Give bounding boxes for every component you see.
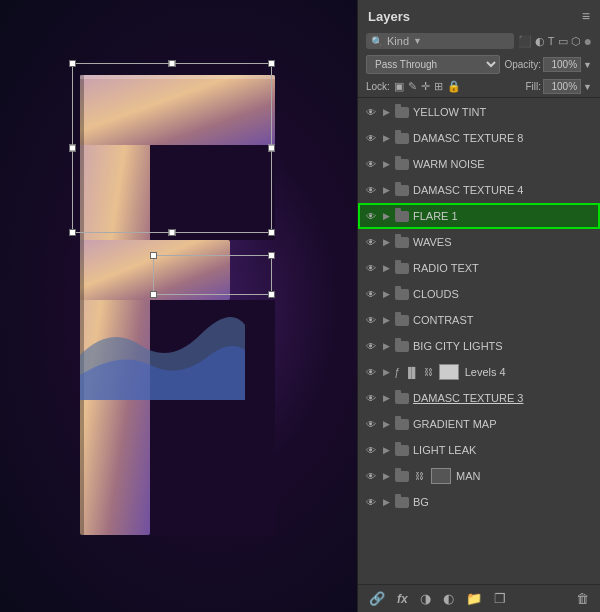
layer-visibility-1[interactable]: 👁: [364, 107, 378, 118]
layer-row-8[interactable]: 👁▶CLOUDS: [358, 281, 600, 307]
layer-visibility-16[interactable]: 👁: [364, 497, 378, 508]
opacity-value[interactable]: 100%: [543, 57, 581, 72]
layer-expand-4[interactable]: ▶: [381, 185, 391, 195]
filter-pixel-icon[interactable]: ⬛: [518, 35, 532, 48]
fill-value[interactable]: 100%: [543, 79, 581, 94]
layer-row-16[interactable]: 👁▶BG: [358, 489, 600, 515]
layer-visibility-8[interactable]: 👁: [364, 289, 378, 300]
layer-name-5: FLARE 1: [413, 210, 594, 222]
layer-expand-16[interactable]: ▶: [381, 497, 391, 507]
layer-expand-7[interactable]: ▶: [381, 263, 391, 273]
folder-icon-12: [395, 393, 409, 404]
folder-icon-16: [395, 497, 409, 508]
lock-transparent-icon[interactable]: ▣: [394, 80, 404, 93]
layer-row-14[interactable]: 👁▶LIGHT LEAK: [358, 437, 600, 463]
adjustment-button[interactable]: ◐: [440, 590, 457, 607]
layer-row-12[interactable]: 👁▶DAMASC TEXTURE 3: [358, 385, 600, 411]
layer-row-5[interactable]: 👁▶FLARE 1: [358, 203, 600, 229]
layer-name-9: CONTRAST: [413, 314, 594, 326]
layer-expand-14[interactable]: ▶: [381, 445, 391, 455]
layer-row-15[interactable]: 👁▶⛓MAN: [358, 463, 600, 489]
lock-artboard-icon[interactable]: ⊞: [434, 80, 443, 93]
fill-dropdown[interactable]: ▼: [583, 82, 592, 92]
group-button[interactable]: 📁: [463, 590, 485, 607]
opacity-dropdown[interactable]: ▼: [583, 60, 592, 70]
layers-list: 👁▶YELLOW TINT👁▶DAMASC TEXTURE 8👁▶WARM NO…: [358, 99, 600, 584]
svg-rect-4: [150, 145, 275, 240]
layer-row-6[interactable]: 👁▶WAVES: [358, 229, 600, 255]
folder-icon-8: [395, 289, 409, 300]
layer-row-9[interactable]: 👁▶CONTRAST: [358, 307, 600, 333]
layer-expand-6[interactable]: ▶: [381, 237, 391, 247]
filter-shape-icon[interactable]: ▭: [558, 35, 568, 48]
folder-icon-5: [395, 211, 409, 222]
search-icon: 🔍: [371, 36, 383, 47]
layer-visibility-13[interactable]: 👁: [364, 419, 378, 430]
layer-row-7[interactable]: 👁▶RADIO TEXT: [358, 255, 600, 281]
layer-expand-5[interactable]: ▶: [381, 211, 391, 221]
layer-expand-10[interactable]: ▶: [381, 341, 391, 351]
layer-expand-15[interactable]: ▶: [381, 471, 391, 481]
layer-expand-12[interactable]: ▶: [381, 393, 391, 403]
layer-expand-8[interactable]: ▶: [381, 289, 391, 299]
layer-name-7: RADIO TEXT: [413, 262, 594, 274]
chain-icon-15: ⛓: [415, 471, 424, 481]
layer-visibility-9[interactable]: 👁: [364, 315, 378, 326]
layer-visibility-5[interactable]: 👁: [364, 211, 378, 222]
filter-adjust-icon[interactable]: ◐: [535, 35, 545, 48]
svg-rect-7: [80, 75, 275, 79]
folder-icon-4: [395, 185, 409, 196]
layer-row-1[interactable]: 👁▶YELLOW TINT: [358, 99, 600, 125]
layer-row-10[interactable]: 👁▶BIG CITY LIGHTS: [358, 333, 600, 359]
layer-expand-13[interactable]: ▶: [381, 419, 391, 429]
layer-row-2[interactable]: 👁▶DAMASC TEXTURE 8: [358, 125, 600, 151]
mask-button[interactable]: ◑: [417, 590, 434, 607]
layer-row-3[interactable]: 👁▶WARM NOISE: [358, 151, 600, 177]
layer-visibility-10[interactable]: 👁: [364, 341, 378, 352]
lock-image-icon[interactable]: ✎: [408, 80, 417, 93]
layer-name-16: BG: [413, 496, 594, 508]
panel-title: Layers: [368, 9, 410, 24]
letter-f-artwork: [50, 55, 305, 555]
layer-visibility-2[interactable]: 👁: [364, 133, 378, 144]
filter-smart-icon[interactable]: ⬡: [571, 35, 581, 48]
fx-icon-11: ƒ: [394, 367, 400, 378]
svg-rect-3: [80, 240, 230, 300]
layer-row-11[interactable]: 👁▶ƒ▐▌⛓Levels 4: [358, 359, 600, 385]
filter-toggle[interactable]: ●: [584, 33, 592, 49]
layer-visibility-6[interactable]: 👁: [364, 237, 378, 248]
link-layers-button[interactable]: 🔗: [366, 590, 388, 607]
layer-expand-11[interactable]: ▶: [381, 367, 391, 377]
svg-rect-2: [80, 75, 275, 145]
layer-expand-3[interactable]: ▶: [381, 159, 391, 169]
layer-visibility-15[interactable]: 👁: [364, 471, 378, 482]
chain-icon-11: ⛓: [424, 367, 433, 377]
layer-row-13[interactable]: 👁▶GRADIENT MAP: [358, 411, 600, 437]
layer-visibility-12[interactable]: 👁: [364, 393, 378, 404]
layer-expand-1[interactable]: ▶: [381, 107, 391, 117]
folder-icon-1: [395, 107, 409, 118]
search-box[interactable]: 🔍 Kind ▼: [366, 33, 514, 49]
layer-visibility-14[interactable]: 👁: [364, 445, 378, 456]
panel-header: Layers ≡: [358, 0, 600, 30]
lock-all-icon[interactable]: 🔒: [447, 80, 461, 93]
fx-button[interactable]: fx: [394, 591, 411, 607]
layer-visibility-3[interactable]: 👁: [364, 159, 378, 170]
opacity-control: Opacity: 100% ▼: [504, 57, 592, 72]
filter-type-icon[interactable]: T: [548, 35, 555, 47]
layer-expand-2[interactable]: ▶: [381, 133, 391, 143]
layer-row-4[interactable]: 👁▶DAMASC TEXTURE 4: [358, 177, 600, 203]
layer-expand-9[interactable]: ▶: [381, 315, 391, 325]
folder-icon-3: [395, 159, 409, 170]
new-layer-button[interactable]: ❐: [491, 590, 509, 607]
lock-position-icon[interactable]: ✛: [421, 80, 430, 93]
layer-visibility-11[interactable]: 👁: [364, 367, 378, 378]
layer-name-10: BIG CITY LIGHTS: [413, 340, 594, 352]
layer-visibility-4[interactable]: 👁: [364, 185, 378, 196]
folder-icon-9: [395, 315, 409, 326]
layer-visibility-7[interactable]: 👁: [364, 263, 378, 274]
header-divider: [358, 97, 600, 98]
blend-mode-select[interactable]: Pass Through: [366, 55, 500, 74]
panel-menu-icon[interactable]: ≡: [582, 8, 590, 24]
delete-layer-button[interactable]: 🗑: [573, 590, 592, 607]
